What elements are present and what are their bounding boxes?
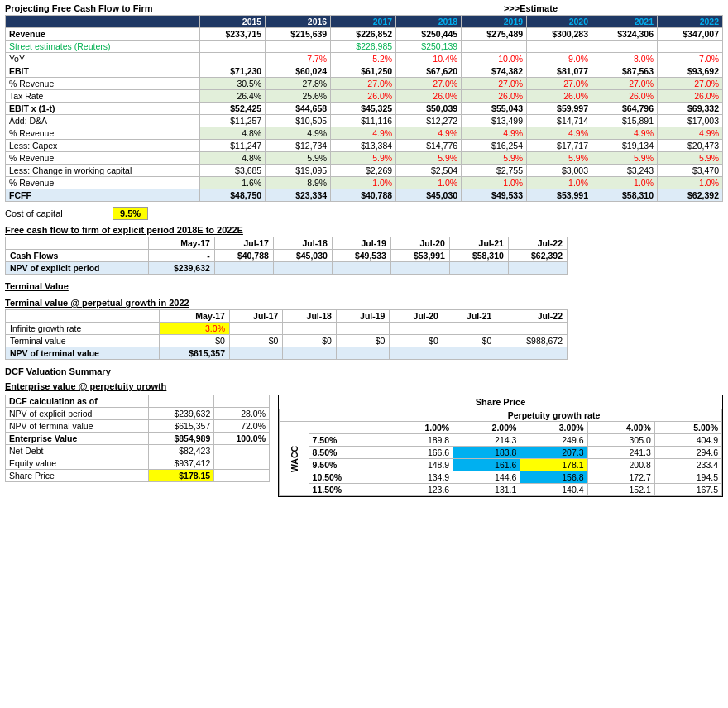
cell-value: 1.0% <box>658 177 723 189</box>
dcf-right-cell: 249.6 <box>520 434 587 447</box>
tv-col-Jul-21: Jul-21 <box>443 310 496 323</box>
dcf-left-label: NPV of terminal value <box>6 420 149 433</box>
ep-col-Jul-18: Jul-18 <box>273 237 332 250</box>
wacc-value: 9.50% <box>309 459 386 471</box>
cell-value: 5.9% <box>462 152 527 165</box>
dcf-right-cell: 166.6 <box>386 447 453 459</box>
dcf-right-cell: 189.8 <box>386 434 453 447</box>
cell-value: 10.0% <box>462 53 527 65</box>
row-label: EBIT x (1-t) <box>6 103 200 115</box>
dcf-right-cell: 161.6 <box>453 459 520 471</box>
tv-npv-cell <box>229 347 283 360</box>
cell-value: 26.0% <box>658 90 723 103</box>
cell-value <box>200 41 266 53</box>
tv-npv-cell: $615,357 <box>159 347 229 360</box>
main-table-row: % Revenue4.8%4.9%4.9%4.9%4.9%4.9%4.9%4.9… <box>6 127 723 140</box>
main-table-row: EBIT$71,230$60,024$61,250$67,620$74,382$… <box>6 65 723 78</box>
cell-value: $14,776 <box>396 140 462 152</box>
cell-value: $49,533 <box>462 189 527 202</box>
tv-npv-cell <box>496 347 568 360</box>
cash-flow-cell: $49,533 <box>332 250 390 262</box>
main-table-row: % Revenue30.5%27.8%27.0%27.0%27.0%27.0%2… <box>6 78 723 90</box>
dcf-left-row: Net Debt-$82,423 <box>6 445 270 457</box>
col-header-growth: 4.00% <box>587 422 654 434</box>
cell-value <box>527 41 592 53</box>
coc-value[interactable]: 9.5% <box>113 207 148 220</box>
dcf-right-cell: 305.0 <box>587 434 654 447</box>
dcf-left-label: Share Price <box>6 470 149 482</box>
tv-npv-cell <box>443 347 496 360</box>
dcf-left-v2 <box>214 457 270 470</box>
cell-value: $45,325 <box>331 103 396 115</box>
row-label: % Revenue <box>6 177 200 189</box>
cell-value: 5.2% <box>331 53 396 65</box>
main-table-row: Add: D&A$11,257$10,505$11,116$12,272$13,… <box>6 115 723 127</box>
cell-value: $215,639 <box>266 28 331 41</box>
cell-value: 5.9% <box>396 152 462 165</box>
cell-value: $250,445 <box>396 28 462 41</box>
cell-value: 4.9% <box>396 127 462 140</box>
col-year-2018: 2018 <box>396 16 462 28</box>
dcf-right-cell: 200.8 <box>587 459 654 471</box>
col-year-2020: 2020 <box>527 16 592 28</box>
dcf-right-cell: 178.1 <box>520 459 587 471</box>
cell-value: $81,077 <box>527 65 592 78</box>
cell-value: $58,310 <box>592 189 658 202</box>
dcf-left-v1: $854,989 <box>149 433 214 445</box>
tv-col-Jul-18: Jul-18 <box>283 310 337 323</box>
dcf-right-cell: 152.1 <box>587 484 654 496</box>
cash-flow-cell: $40,788 <box>214 250 273 262</box>
cell-value: 27.0% <box>527 78 592 90</box>
npv-cell <box>390 262 449 275</box>
wacc-cell <box>280 409 309 422</box>
cell-value: $226,852 <box>331 28 396 41</box>
cell-value: $347,007 <box>658 28 723 41</box>
dcf-right-cell: 123.6 <box>386 484 453 496</box>
cell-value: $12,734 <box>266 140 331 152</box>
dcf-left-v1 <box>149 395 214 408</box>
igr-label: Infinite growth rate <box>6 323 160 335</box>
cell-value: $11,257 <box>200 115 266 127</box>
ep-col-Jul-21: Jul-21 <box>449 237 508 250</box>
cell-value: 5.9% <box>527 152 592 165</box>
dcf-left-row: DCF calculation as of <box>6 395 270 408</box>
cell-value: 26.0% <box>396 90 462 103</box>
cell-value: $12,272 <box>396 115 462 127</box>
cell-value: -7.7% <box>266 53 331 65</box>
main-table-row: Street estimates (Reuters)$226,985$250,1… <box>6 41 723 53</box>
dcf-right-cell: 233.4 <box>654 459 721 471</box>
dcf-right-cell: 404.9 <box>654 434 721 447</box>
dcf-left-v2 <box>214 395 270 408</box>
tv-cell: $0 <box>443 335 496 347</box>
cell-value: 27.8% <box>266 78 331 90</box>
igr-value[interactable]: 3.0% <box>159 323 229 335</box>
cell-value: $2,755 <box>462 165 527 177</box>
dcf-right-row: 7.50%189.8214.3249.6305.0404.9 <box>280 434 722 447</box>
row-label: % Revenue <box>6 152 200 165</box>
cell-value: $60,024 <box>266 65 331 78</box>
explicit-period-table: May-17Jul-17Jul-18Jul-19Jul-20Jul-21Jul-… <box>5 237 568 275</box>
cash-flows-row: Cash Flows-$40,788$45,030$49,533$53,991$… <box>6 250 568 262</box>
cell-value: $19,095 <box>266 165 331 177</box>
dcf-right-cell: 167.5 <box>654 484 721 496</box>
cell-value: 5.9% <box>331 152 396 165</box>
cell-value: $52,425 <box>200 103 266 115</box>
cell-value: 26.0% <box>592 90 658 103</box>
cell-value: $3,243 <box>592 165 658 177</box>
dcf-subtitle: Enterprise value @ perpetuity growth <box>5 381 723 391</box>
cell-value <box>462 41 527 53</box>
cell-value: $61,250 <box>331 65 396 78</box>
dcf-right-cell: 183.8 <box>453 447 520 459</box>
cell-value: 5.9% <box>266 152 331 165</box>
main-table-row: Revenue$233,715$215,639$226,852$250,445$… <box>6 28 723 41</box>
cash-flow-cell: $53,991 <box>390 250 449 262</box>
npv-explicit-row: NPV of explicit period$239,632 <box>6 262 568 275</box>
tv-cell: $0 <box>336 335 390 347</box>
cell-value: $55,043 <box>462 103 527 115</box>
cell-value: $11,247 <box>200 140 266 152</box>
cell-value: $17,003 <box>658 115 723 127</box>
dcf-right-cell: 241.3 <box>587 447 654 459</box>
cell-value <box>200 53 266 65</box>
cell-value: 27.0% <box>658 78 723 90</box>
ep-col-Jul-17: Jul-17 <box>214 237 273 250</box>
